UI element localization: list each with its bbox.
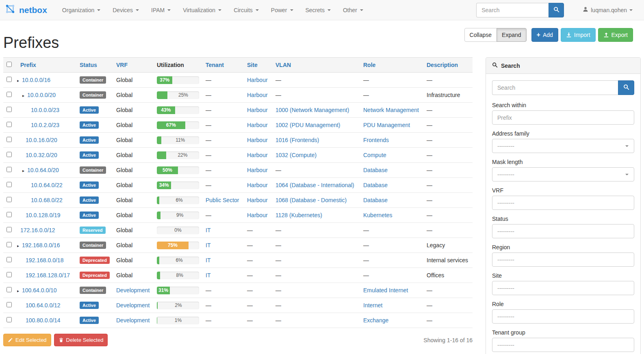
menu-item-secrets[interactable]: Secrets [299, 0, 337, 20]
vrf-link[interactable]: Development [116, 317, 150, 324]
role-link[interactable]: Kubernetes [363, 212, 392, 218]
vlan-link[interactable]: 1064 (Database - International) [275, 182, 354, 188]
tenant-link[interactable]: IT [206, 272, 210, 278]
row-checkbox[interactable] [7, 302, 12, 307]
row-checkbox[interactable] [7, 167, 12, 172]
row-checkbox[interactable] [7, 212, 12, 217]
prefix-link[interactable]: 100.64.0.0/10 [22, 287, 57, 294]
column-header-role[interactable]: Role [360, 58, 423, 73]
prefix-link[interactable]: 100.80.0.0/14 [26, 317, 61, 324]
menu-item-organization[interactable]: Organization [56, 0, 106, 20]
site-link[interactable]: Harbour [247, 107, 268, 113]
tenant-link[interactable]: IT [206, 257, 210, 263]
site-link[interactable]: Harbour [247, 167, 268, 173]
prefix-link[interactable]: 100.64.0.0/12 [26, 302, 61, 309]
site-link[interactable]: Harbour [247, 92, 268, 98]
tenant-link[interactable]: Public Sector [206, 197, 239, 203]
expand-caret-icon[interactable]: ▸ [17, 289, 22, 293]
prefix-link[interactable]: 10.0.128.0/19 [26, 212, 61, 218]
filter-search-input[interactable] [492, 80, 618, 95]
column-header-description[interactable]: Description [423, 58, 473, 73]
menu-item-circuits[interactable]: Circuits [228, 0, 265, 20]
column-header-prefix[interactable]: Prefix [17, 58, 76, 73]
netbox-logo[interactable]: netbox [4, 3, 47, 17]
vrf-select[interactable]: --------- [492, 196, 634, 210]
expand-caret-icon[interactable]: ▸ [22, 168, 27, 173]
vlan-link[interactable]: 1016 (Frontends) [275, 137, 319, 143]
menu-item-devices[interactable]: Devices [106, 0, 145, 20]
collapse-button[interactable]: Collapse [464, 28, 497, 42]
row-checkbox[interactable] [7, 77, 12, 82]
role-link[interactable]: Network Management [363, 107, 419, 113]
site-link[interactable]: Harbour [247, 122, 268, 128]
row-checkbox[interactable] [7, 257, 12, 262]
vrf-link[interactable]: Development [116, 287, 150, 294]
site-link[interactable]: Harbour [247, 137, 268, 143]
expand-caret-icon[interactable]: ▸ [17, 78, 22, 83]
vlan-link[interactable]: 1000 (Network Management) [275, 107, 349, 113]
role-link[interactable]: Database [363, 197, 388, 203]
column-header-site[interactable]: Site [244, 58, 272, 73]
region-select[interactable]: --------- [492, 253, 634, 267]
vlan-link[interactable]: 1068 (Database - Domestic) [275, 197, 347, 203]
prefix-link[interactable]: 192.168.128.0/17 [26, 272, 70, 278]
tenant-group-select[interactable]: --------- [492, 338, 634, 352]
vlan-link[interactable]: 1032 (Compute) [275, 152, 317, 158]
tenant-link[interactable]: IT [206, 227, 210, 233]
row-checkbox[interactable] [7, 227, 12, 232]
prefix-link[interactable]: 10.0.32.0/20 [26, 152, 57, 158]
row-checkbox[interactable] [7, 317, 12, 322]
site-link[interactable]: Harbour [247, 197, 268, 203]
prefix-link[interactable]: 10.0.2.0/23 [31, 122, 59, 128]
row-checkbox[interactable] [7, 197, 12, 202]
vlan-link[interactable]: 1128 (Kubernetes) [275, 212, 322, 218]
menu-item-virtualization[interactable]: Virtualization [177, 0, 228, 20]
user-menu[interactable]: luqman.qohen [583, 6, 633, 13]
global-search-input[interactable] [476, 3, 549, 17]
address-family-select[interactable]: --------- [492, 139, 634, 153]
prefix-link[interactable]: 192.168.0.0/16 [22, 242, 60, 248]
row-checkbox[interactable] [7, 152, 12, 157]
row-checkbox[interactable] [7, 242, 12, 247]
role-link[interactable]: Exchange [363, 317, 388, 324]
select-all-checkbox[interactable] [7, 62, 12, 67]
role-link[interactable]: PDU Management [363, 122, 410, 128]
import-button[interactable]: Import [561, 28, 596, 42]
prefix-link[interactable]: 10.0.0.0/23 [31, 107, 59, 113]
add-button[interactable]: + Add [531, 28, 558, 42]
expand-caret-icon[interactable]: ▸ [17, 244, 22, 248]
tenant-link[interactable]: IT [206, 242, 210, 248]
role-link[interactable]: Internet [363, 302, 382, 309]
menu-item-other[interactable]: Other [337, 0, 369, 20]
row-checkbox[interactable] [7, 107, 12, 112]
prefix-link[interactable]: 10.0.64.0/22 [31, 182, 63, 188]
column-header-tenant[interactable]: Tenant [202, 58, 244, 73]
mask-length-select[interactable]: --------- [492, 167, 634, 181]
prefix-link[interactable]: 10.0.0.0/16 [22, 77, 50, 83]
prefix-link[interactable]: 10.0.64.0/20 [27, 167, 59, 173]
prefix-link[interactable]: 10.0.68.0/22 [31, 197, 63, 203]
status-select[interactable]: --------- [492, 224, 634, 238]
row-checkbox[interactable] [7, 272, 12, 277]
global-search-button[interactable] [549, 3, 564, 17]
role-link[interactable]: Emulated Internet [363, 287, 408, 294]
export-button[interactable]: Export [598, 28, 633, 42]
site-link[interactable]: Harbour [247, 182, 268, 188]
column-header-vlan[interactable]: VLAN [272, 58, 360, 73]
row-checkbox[interactable] [7, 182, 12, 187]
vrf-link[interactable]: Development [116, 302, 150, 309]
expand-caret-icon[interactable]: ▸ [22, 93, 27, 98]
row-checkbox[interactable] [7, 137, 12, 142]
role-link[interactable]: Database [363, 167, 388, 173]
site-link[interactable]: Harbour [247, 152, 268, 158]
site-link[interactable]: Harbour [247, 212, 268, 218]
site-select[interactable]: --------- [492, 281, 634, 295]
column-header-status[interactable]: Status [76, 58, 113, 73]
role-link[interactable]: Compute [363, 152, 386, 158]
expand-button[interactable]: Expand [497, 28, 526, 42]
prefix-link[interactable]: 192.168.0.0/18 [26, 257, 63, 263]
filter-search-button[interactable] [618, 80, 634, 95]
role-select[interactable]: --------- [492, 309, 634, 324]
row-checkbox[interactable] [7, 122, 12, 127]
prefix-link[interactable]: 10.0.0.0/20 [27, 92, 56, 98]
